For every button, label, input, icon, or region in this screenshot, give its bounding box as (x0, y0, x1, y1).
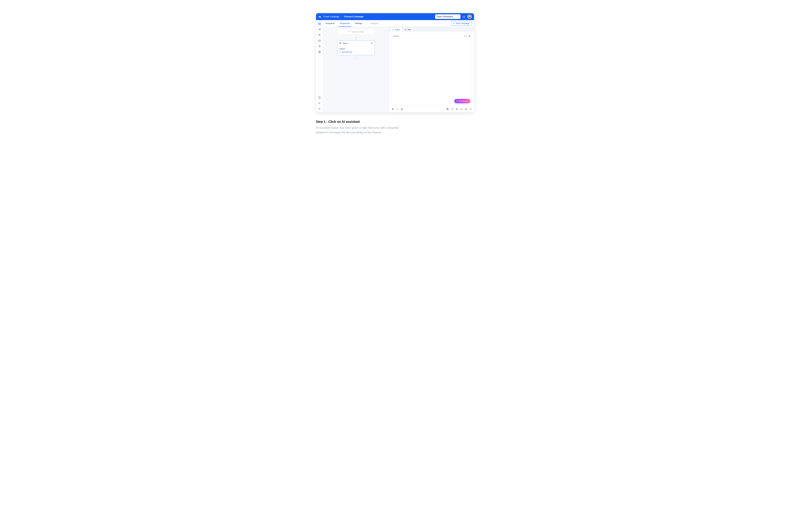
sliders-icon (405, 28, 406, 31)
svg-point-1 (319, 34, 320, 35)
editor-tab-test[interactable]: Test (403, 28, 413, 32)
svg-rect-13 (456, 109, 457, 109)
svg-point-3 (319, 52, 320, 52)
svg-point-9 (405, 30, 405, 30)
add-step-below-button[interactable]: + (355, 57, 357, 59)
mail-icon (339, 42, 341, 44)
annotation-title: Step 1 : Click on AI assistant (316, 120, 415, 124)
link-icon[interactable] (465, 108, 467, 110)
svg-point-5 (319, 98, 320, 98)
breadcrumb-parent[interactable]: Create Campaign (323, 16, 339, 18)
app-window: Create Campaign Outreach Campaign Dave's… (316, 13, 474, 112)
sidebar-item-invite[interactable] (317, 101, 322, 106)
editor-panel: Editor Test (389, 27, 474, 112)
sidebar-item-integrations[interactable] (317, 44, 322, 49)
play-icon (453, 22, 455, 24)
svg-rect-14 (457, 109, 458, 110)
breadcrumb-current: Outreach Campaign (344, 16, 364, 18)
chevron-down-icon (457, 16, 459, 18)
plus-icon (339, 51, 341, 53)
sidebar-item-inbox[interactable] (317, 38, 322, 43)
tab-analytics: Analytics (370, 20, 379, 26)
svg-rect-12 (447, 108, 448, 110)
add-ab-test-button[interactable]: Add A/B Test (339, 51, 373, 53)
flag-icon (348, 31, 350, 33)
delete-step-button[interactable] (371, 42, 373, 44)
step-title: Step 1 (343, 42, 348, 44)
svg-rect-11 (469, 36, 470, 37)
editor-inner: AI Assistant (389, 32, 474, 107)
step-card-body: Subject Add A/B Test (338, 46, 374, 55)
main: Prospects Sequences Settings Analytics S… (323, 20, 474, 112)
sidebar-item-help[interactable] (317, 95, 322, 100)
tab-sequences[interactable]: Sequences (339, 20, 350, 26)
subject-row (391, 34, 472, 39)
app-body: 8 Prospects Sequences Settings Analytics… (316, 20, 474, 112)
bold-icon[interactable]: B (391, 108, 394, 110)
notifications-icon[interactable] (462, 15, 465, 18)
logo-icon (318, 16, 321, 18)
workspace-select[interactable]: Dave's Workspace (435, 14, 461, 19)
sequence-canvas: Sequence Start + Step 1 (323, 27, 389, 112)
top-bar: Create Campaign Outreach Campaign Dave's… (316, 13, 474, 20)
variables-icon[interactable] (465, 35, 467, 37)
sidebar: 8 (316, 20, 323, 112)
mention-icon[interactable] (460, 108, 462, 110)
personalize-icon[interactable] (468, 35, 470, 37)
breadcrumb: Create Campaign Outreach Campaign (323, 16, 364, 18)
step-subject-label: Subject (339, 48, 373, 50)
pencil-icon (392, 28, 394, 31)
personalize-icon[interactable] (456, 108, 458, 110)
start-campaign-label: Start Campaign (456, 22, 469, 24)
annotation: Step 1 : Click on AI assistant AI assist… (316, 120, 415, 135)
avatar[interactable] (467, 15, 472, 19)
sequence-start-node: Sequence Start (337, 29, 375, 34)
sidebar-item-contacts[interactable] (317, 33, 322, 38)
add-ab-test-label: Add A/B Test (342, 51, 352, 53)
editor-tab-editor-label: Editor (395, 28, 400, 31)
sidebar-badge[interactable]: 8 (317, 107, 321, 110)
editor-toolbar: B I A (389, 107, 474, 112)
svg-rect-10 (469, 35, 469, 36)
editor-tab-test-label: Test (407, 28, 411, 31)
email-body[interactable]: AI Assistant (391, 39, 472, 105)
svg-point-2 (320, 34, 320, 35)
table-icon[interactable] (446, 108, 449, 110)
start-campaign-button[interactable]: Start Campaign (451, 21, 472, 26)
editor-tab-editor[interactable]: Editor (390, 28, 402, 32)
ai-assistant-label: AI Assistant (459, 100, 468, 102)
italic-icon[interactable]: I (396, 108, 399, 110)
editor-tabs: Editor Test (389, 27, 474, 32)
sidebar-item-send[interactable] (317, 27, 322, 32)
tab-settings[interactable]: Settings (354, 20, 363, 26)
svg-point-15 (461, 109, 462, 109)
chevron-right-icon (341, 16, 342, 17)
sidebar-item-campaigns[interactable] (317, 21, 322, 26)
subject-input[interactable] (393, 35, 463, 37)
ai-assistant-button[interactable]: AI Assistant (454, 99, 470, 103)
code-icon[interactable] (469, 108, 472, 110)
sparkle-icon (456, 100, 458, 102)
step-card[interactable]: Step 1 Subject Add A/B Test (337, 40, 375, 55)
add-step-above-button[interactable]: + (355, 36, 357, 39)
tabs-row: Prospects Sequences Settings Analytics S… (323, 20, 474, 27)
sidebar-item-settings[interactable] (317, 50, 322, 54)
variables-icon[interactable] (451, 108, 453, 110)
annotation-body: AI assistant button has been given a hig… (316, 126, 408, 135)
svg-point-8 (406, 29, 406, 30)
sequence-start-label: Sequence Start (351, 31, 364, 33)
svg-point-6 (319, 102, 320, 103)
workspace-select-label: Dave's Workspace (437, 16, 453, 18)
font-color-icon[interactable]: A (401, 108, 403, 110)
tab-prospects[interactable]: Prospects (325, 20, 335, 26)
content: Sequence Start + Step 1 (323, 27, 474, 112)
step-card-head: Step 1 (338, 41, 374, 46)
